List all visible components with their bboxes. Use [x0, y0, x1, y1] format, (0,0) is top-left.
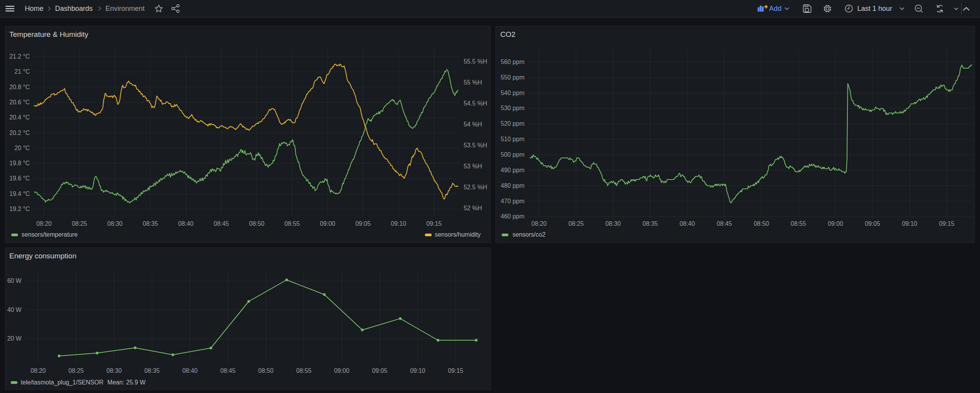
svg-text:09:00: 09:00 [828, 220, 843, 227]
svg-text:19.2 °C: 19.2 °C [9, 206, 30, 212]
svg-text:Mean: 25.9 W: Mean: 25.9 W [107, 379, 145, 385]
svg-text:20.4 °C: 20.4 °C [9, 114, 30, 121]
svg-text:08:25: 08:25 [72, 220, 87, 227]
svg-text:480 ppm: 480 ppm [500, 182, 524, 189]
svg-text:08:40: 08:40 [680, 220, 695, 227]
svg-text:20.8 °C: 20.8 °C [9, 84, 30, 90]
svg-text:sensors/humidity: sensors/humidity [435, 231, 481, 238]
svg-text:CO2: CO2 [500, 30, 515, 38]
svg-text:08:35: 08:35 [143, 220, 158, 227]
svg-text:08:55: 08:55 [790, 220, 806, 227]
svg-text:09:00: 09:00 [334, 367, 350, 374]
svg-text:tele/tasmota_plug_1/SENSOR: tele/tasmota_plug_1/SENSOR [21, 379, 104, 386]
svg-text:52.5 %H: 52.5 %H [464, 184, 487, 190]
svg-text:08:30: 08:30 [107, 220, 123, 227]
svg-text:55.5 %H: 55.5 %H [464, 58, 487, 65]
svg-text:09:15: 09:15 [448, 367, 464, 374]
svg-text:520 ppm: 520 ppm [500, 120, 524, 127]
svg-text:20 W: 20 W [7, 335, 22, 341]
svg-text:550 ppm: 550 ppm [500, 74, 524, 81]
svg-text:19.6 °C: 19.6 °C [9, 175, 30, 182]
svg-text:60 W: 60 W [7, 277, 22, 284]
svg-text:20.2 °C: 20.2 °C [9, 130, 30, 136]
svg-text:52 %H: 52 %H [464, 205, 482, 211]
svg-text:08:50: 08:50 [258, 367, 274, 374]
svg-text:53 %H: 53 %H [464, 163, 482, 170]
svg-text:Last 1 hour: Last 1 hour [858, 5, 892, 12]
svg-text:54.5 %H: 54.5 %H [464, 100, 487, 107]
svg-text:21 °C: 21 °C [14, 68, 30, 75]
svg-text:19.4 °C: 19.4 °C [9, 190, 30, 197]
svg-text:20.6 °C: 20.6 °C [9, 99, 30, 106]
svg-text:09:00: 09:00 [320, 220, 335, 227]
svg-text:sensors/temperature: sensors/temperature [22, 231, 78, 238]
svg-text:08:25: 08:25 [568, 220, 584, 227]
svg-text:55 %H: 55 %H [464, 79, 482, 86]
svg-text:Temperature & Humidity: Temperature & Humidity [9, 30, 88, 38]
svg-text:21.2 °C: 21.2 °C [9, 53, 30, 60]
svg-text:09:05: 09:05 [372, 367, 388, 374]
svg-text:09:10: 09:10 [902, 220, 917, 227]
svg-text:08:40: 08:40 [182, 367, 198, 374]
svg-text:08:20: 08:20 [31, 367, 46, 374]
svg-text:08:30: 08:30 [106, 367, 122, 374]
svg-text:08:35: 08:35 [642, 220, 658, 227]
svg-text:09:15: 09:15 [939, 220, 954, 227]
svg-text:Environment: Environment [105, 5, 145, 12]
svg-text:Energy consumption: Energy consumption [9, 252, 76, 260]
svg-text:08:25: 08:25 [69, 367, 84, 374]
svg-text:08:50: 08:50 [754, 220, 769, 227]
svg-text:08:45: 08:45 [214, 220, 229, 227]
svg-text:09:15: 09:15 [426, 220, 442, 227]
svg-text:Add: Add [769, 5, 782, 12]
svg-text:08:20: 08:20 [531, 220, 547, 227]
svg-text:470 ppm: 470 ppm [500, 198, 524, 204]
svg-text:510 ppm: 510 ppm [500, 136, 524, 142]
svg-text:560 ppm: 560 ppm [500, 59, 524, 65]
svg-text:09:05: 09:05 [865, 220, 880, 227]
svg-text:08:30: 08:30 [605, 220, 621, 227]
svg-text:08:35: 08:35 [144, 367, 160, 374]
svg-text:54 %H: 54 %H [464, 121, 482, 128]
svg-text:09:05: 09:05 [355, 220, 371, 227]
svg-text:40 W: 40 W [7, 306, 22, 313]
svg-text:540 ppm: 540 ppm [500, 90, 524, 96]
svg-text:08:45: 08:45 [716, 220, 732, 227]
svg-text:460 ppm: 460 ppm [500, 213, 524, 220]
svg-text:08:20: 08:20 [36, 220, 52, 227]
svg-text:09:10: 09:10 [410, 367, 426, 374]
svg-text:09:10: 09:10 [391, 220, 406, 227]
svg-text:Dashboards: Dashboards [55, 5, 93, 12]
svg-text:19.8 °C: 19.8 °C [9, 160, 30, 166]
svg-text:530 ppm: 530 ppm [500, 105, 524, 111]
svg-text:08:45: 08:45 [220, 367, 236, 374]
svg-text:sensors/co2: sensors/co2 [512, 231, 545, 238]
svg-text:500 ppm: 500 ppm [500, 151, 524, 158]
svg-text:08:40: 08:40 [178, 220, 194, 227]
svg-text:Home: Home [25, 5, 43, 12]
svg-text:08:55: 08:55 [296, 367, 312, 374]
svg-text:490 ppm: 490 ppm [500, 167, 524, 173]
svg-text:08:55: 08:55 [285, 220, 300, 227]
svg-text:53.5 %H: 53.5 %H [464, 142, 487, 149]
svg-text:08:50: 08:50 [249, 220, 264, 227]
svg-text:20 °C: 20 °C [14, 145, 30, 151]
